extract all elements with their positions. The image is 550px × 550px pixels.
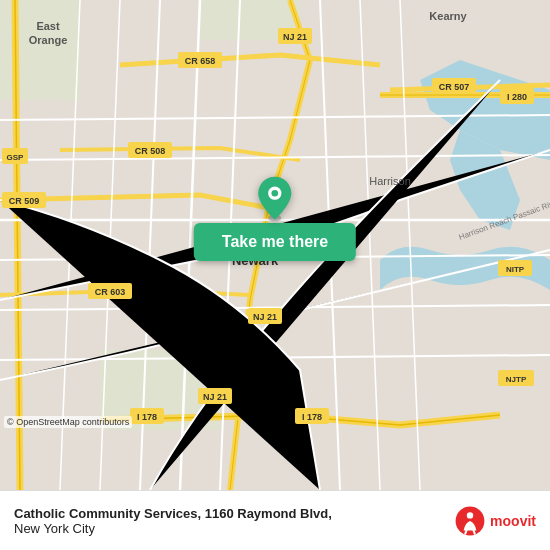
- moovit-icon: [454, 505, 486, 537]
- svg-point-54: [272, 190, 279, 197]
- location-city: New York City: [14, 521, 332, 536]
- svg-text:NJ 21: NJ 21: [203, 392, 227, 402]
- svg-text:NJTP: NJTP: [506, 375, 527, 384]
- svg-text:I 178: I 178: [302, 412, 322, 422]
- map-container: CR 658 NJ 21 CR 507 I 280 GSP CR 509 CR …: [0, 0, 550, 490]
- svg-text:CR 507: CR 507: [439, 82, 470, 92]
- svg-text:CR 509: CR 509: [9, 196, 40, 206]
- svg-text:Harrison: Harrison: [369, 175, 411, 187]
- svg-text:NJ 21: NJ 21: [283, 32, 307, 42]
- moovit-label: moovit: [490, 513, 536, 529]
- svg-text:Kearny: Kearny: [429, 10, 467, 22]
- svg-text:CR 603: CR 603: [95, 287, 126, 297]
- svg-text:NITP: NITP: [506, 265, 525, 274]
- osm-attribution: © OpenStreetMap contributors: [4, 416, 132, 428]
- svg-text:I 178: I 178: [137, 412, 157, 422]
- location-name: Catholic Community Services, 1160 Raymon…: [14, 506, 332, 521]
- map-pin-icon: [251, 175, 299, 223]
- svg-text:GSP: GSP: [7, 153, 25, 162]
- svg-text:East: East: [36, 20, 60, 32]
- map-overlay: Take me there: [194, 175, 356, 261]
- svg-text:CR 508: CR 508: [135, 146, 166, 156]
- moovit-logo: moovit: [454, 505, 536, 537]
- svg-text:CR 658: CR 658: [185, 56, 216, 66]
- svg-text:I 280: I 280: [507, 92, 527, 102]
- svg-text:NJ 21: NJ 21: [253, 312, 277, 322]
- svg-text:Orange: Orange: [29, 34, 68, 46]
- location-info: Catholic Community Services, 1160 Raymon…: [14, 506, 332, 536]
- take-me-there-button[interactable]: Take me there: [194, 223, 356, 261]
- bottom-bar: Catholic Community Services, 1160 Raymon…: [0, 490, 550, 550]
- svg-point-56: [467, 512, 473, 518]
